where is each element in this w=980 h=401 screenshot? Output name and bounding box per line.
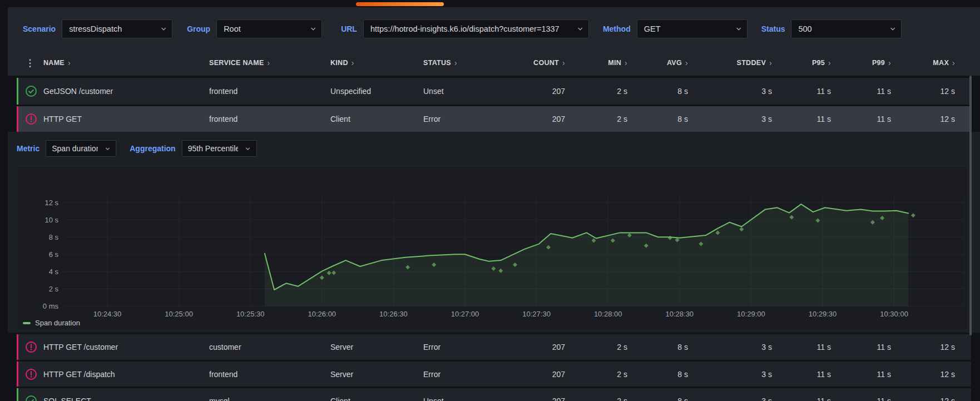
cell-avg: 8 s bbox=[627, 343, 688, 352]
svg-text:10 s: 10 s bbox=[44, 216, 58, 224]
cell-count: 207 bbox=[521, 343, 565, 352]
scenario-dropdown[interactable]: stressDispatch bbox=[62, 19, 172, 38]
chevron-down-icon bbox=[160, 26, 167, 32]
cell-count: 207 bbox=[521, 397, 565, 401]
sort-chevron-icon: › bbox=[454, 58, 457, 67]
error-exclamation-icon bbox=[25, 368, 37, 380]
cell-stddev: 3 s bbox=[688, 87, 772, 96]
aggregation-dropdown[interactable]: 95th Percentile bbox=[182, 140, 257, 157]
cell-status: Error bbox=[423, 370, 521, 379]
url-dropdown[interactable]: https://hotrod-insights.k6.io/dispatch?c… bbox=[363, 19, 589, 38]
cell-p99: 11 s bbox=[831, 370, 891, 379]
chevron-down-icon bbox=[105, 146, 110, 152]
metric-controls: Metric Span duration Aggregation 95th Pe… bbox=[17, 140, 257, 157]
metric-value: Span duration bbox=[52, 144, 98, 153]
col-kind[interactable]: KIND› bbox=[330, 58, 423, 67]
col-stddev[interactable]: STDDEV› bbox=[688, 58, 772, 67]
cell-status: Error bbox=[423, 343, 521, 352]
aggregation-label: Aggregation bbox=[130, 144, 175, 153]
svg-text:10:24:30: 10:24:30 bbox=[93, 310, 122, 318]
k6-insights-dashboard: Scenario stressDispatch Group Root URL h… bbox=[0, 0, 980, 401]
table-row[interactable]: GetJSON /customer frontend Unspecified U… bbox=[17, 78, 971, 105]
status-value: 500 bbox=[798, 24, 811, 33]
cell-p99: 11 s bbox=[831, 115, 891, 123]
cell-service: customer bbox=[209, 343, 330, 352]
status-label: Status bbox=[761, 24, 785, 33]
cell-max: 12 s bbox=[891, 397, 955, 401]
url-label: URL bbox=[341, 24, 357, 33]
cell-status: Error bbox=[423, 115, 521, 123]
cell-min: 2 s bbox=[565, 115, 627, 123]
table-row-selected[interactable]: HTTP GET frontend Client Error 207 2 s 8… bbox=[17, 106, 971, 132]
table-row[interactable]: HTTP GET /dispatch frontend Server Error… bbox=[17, 362, 971, 387]
cell-p95: 11 s bbox=[772, 115, 831, 123]
chevron-down-icon bbox=[310, 26, 316, 32]
filter-status: Status 500 bbox=[761, 19, 902, 38]
svg-text:10:25:30: 10:25:30 bbox=[236, 310, 265, 318]
sort-chevron-icon: › bbox=[268, 58, 270, 67]
cell-service: frontend bbox=[209, 87, 330, 96]
sort-chevron-icon: › bbox=[952, 58, 955, 67]
aggregation-value: 95th Percentile bbox=[188, 144, 238, 153]
method-label: Method bbox=[603, 24, 631, 33]
svg-text:10:26:30: 10:26:30 bbox=[379, 310, 408, 318]
col-avg[interactable]: AVG› bbox=[627, 58, 688, 67]
filter-group: Group Root bbox=[187, 19, 322, 38]
svg-text:12 s: 12 s bbox=[44, 199, 58, 207]
col-max[interactable]: MAX› bbox=[891, 58, 955, 67]
cell-stddev: 3 s bbox=[688, 343, 772, 352]
cell-avg: 8 s bbox=[627, 87, 688, 96]
kebab-menu-icon[interactable]: ⋮ bbox=[25, 58, 34, 68]
group-value: Root bbox=[224, 24, 241, 33]
chevron-down-icon bbox=[889, 26, 896, 32]
chevron-down-icon bbox=[245, 146, 251, 152]
col-name[interactable]: NAME› bbox=[43, 58, 209, 67]
span-duration-chart[interactable]: 0 ms2 s4 s6 s8 s10 s12 s10:24:3010:25:00… bbox=[17, 166, 967, 330]
cell-stddev: 3 s bbox=[688, 115, 772, 123]
cell-p95: 11 s bbox=[772, 343, 831, 352]
table-row[interactable]: SQL SELECT mysql Client Unset 207 2 s 8 … bbox=[17, 388, 971, 401]
legend-span-duration[interactable]: Span duration bbox=[23, 319, 80, 327]
col-min[interactable]: MIN› bbox=[565, 58, 627, 67]
col-status[interactable]: STATUS› bbox=[423, 58, 521, 67]
cell-service: frontend bbox=[209, 115, 330, 123]
cell-min: 2 s bbox=[565, 397, 627, 401]
vertical-scrollbar[interactable] bbox=[969, 76, 972, 335]
sort-chevron-icon: › bbox=[68, 58, 71, 67]
cell-p99: 11 s bbox=[831, 343, 891, 352]
span-duration-chart-panel[interactable]: 0 ms2 s4 s6 s8 s10 s12 s10:24:3010:25:00… bbox=[17, 166, 968, 330]
method-dropdown[interactable]: GET bbox=[637, 19, 748, 38]
success-check-icon bbox=[25, 395, 37, 401]
svg-text:10:29:30: 10:29:30 bbox=[809, 310, 837, 318]
error-exclamation-icon bbox=[25, 341, 37, 353]
col-p95[interactable]: P95› bbox=[772, 58, 831, 67]
metric-dropdown[interactable]: Span duration bbox=[46, 140, 116, 157]
cell-p95: 11 s bbox=[772, 87, 831, 96]
cell-status: Unset bbox=[423, 87, 521, 96]
cell-name: HTTP GET bbox=[43, 115, 209, 123]
svg-text:10:29:00: 10:29:00 bbox=[737, 310, 765, 318]
cell-kind: Server bbox=[330, 370, 423, 379]
error-exclamation-icon bbox=[25, 113, 37, 125]
filter-method: Method GET bbox=[603, 19, 748, 38]
status-dropdown[interactable]: 500 bbox=[791, 19, 902, 38]
svg-text:8 s: 8 s bbox=[49, 233, 59, 241]
filter-url: URL https://hotrod-insights.k6.io/dispat… bbox=[341, 19, 589, 38]
group-dropdown[interactable]: Root bbox=[216, 19, 322, 38]
svg-text:2 s: 2 s bbox=[49, 285, 59, 293]
legend-series-label: Span duration bbox=[35, 319, 80, 327]
col-count[interactable]: COUNT› bbox=[521, 58, 565, 67]
chevron-down-icon bbox=[735, 26, 742, 32]
svg-text:10:25:00: 10:25:00 bbox=[165, 310, 193, 318]
cell-kind: Unspecified bbox=[330, 87, 423, 96]
scenario-label: Scenario bbox=[23, 24, 56, 33]
cell-service: frontend bbox=[209, 370, 330, 379]
svg-text:10:28:30: 10:28:30 bbox=[665, 310, 694, 318]
cell-min: 2 s bbox=[565, 343, 627, 352]
col-p99[interactable]: P99› bbox=[831, 58, 891, 67]
table-row[interactable]: HTTP GET /customer customer Server Error… bbox=[17, 334, 971, 360]
active-tab-indicator bbox=[356, 2, 444, 6]
filter-toolbar: Scenario stressDispatch Group Root URL h… bbox=[8, 7, 980, 50]
group-label: Group bbox=[187, 24, 210, 33]
col-service-name[interactable]: SERVICE NAME› bbox=[209, 58, 330, 67]
